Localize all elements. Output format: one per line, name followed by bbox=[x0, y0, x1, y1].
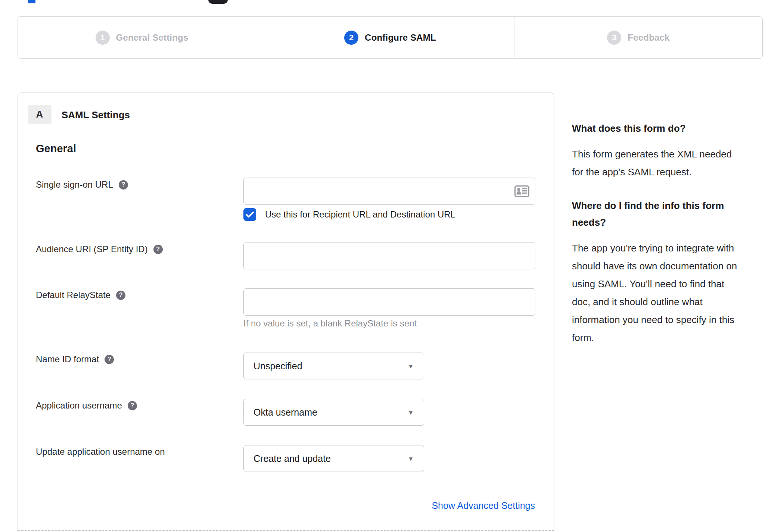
step-feedback[interactable]: 3 Feedback bbox=[514, 17, 762, 58]
sso-url-input-wrap bbox=[243, 178, 535, 205]
name-id-format-label: Name ID format bbox=[36, 354, 99, 364]
audience-uri-input[interactable] bbox=[243, 242, 535, 269]
step-1-label: General Settings bbox=[116, 32, 189, 43]
help-question-1: What does this form do? bbox=[572, 120, 770, 137]
step-2-label: Configure SAML bbox=[365, 32, 436, 43]
help-icon[interactable]: ? bbox=[128, 401, 137, 410]
help-answer-1: This form generates the XML needed for t… bbox=[572, 145, 770, 181]
help-sidebar: What does this form do? This form genera… bbox=[572, 120, 770, 347]
app-username-label: Application username bbox=[36, 400, 122, 411]
wizard-stepper: 1 General Settings 2 Configure SAML 3 Fe… bbox=[18, 16, 763, 59]
chevron-down-icon: ▾ bbox=[409, 408, 413, 417]
step-1-badge: 1 bbox=[96, 31, 110, 45]
step-configure-saml[interactable]: 2 Configure SAML bbox=[266, 17, 514, 58]
relay-state-hint: If no value is set, a blank RelayState i… bbox=[243, 318, 417, 329]
relay-state-input[interactable] bbox=[243, 288, 535, 316]
chevron-down-icon: ▾ bbox=[409, 454, 413, 463]
update-username-select[interactable]: Create and update ▾ bbox=[243, 445, 424, 472]
name-id-format-value: Unspecified bbox=[253, 361, 302, 372]
recipient-url-checkbox-label: Use this for Recipient URL and Destinati… bbox=[265, 209, 455, 220]
sso-url-label-row: Single sign-on URL ? bbox=[36, 179, 128, 190]
step-general-settings[interactable]: 1 General Settings bbox=[18, 17, 266, 58]
sso-url-input[interactable] bbox=[243, 178, 535, 205]
cropped-title-fragment bbox=[28, 0, 35, 3]
app-username-value: Okta username bbox=[253, 407, 317, 418]
update-username-value: Create and update bbox=[253, 453, 331, 464]
sso-url-label: Single sign-on URL bbox=[36, 179, 113, 190]
panel-title: SAML Settings bbox=[62, 109, 130, 121]
chevron-down-icon: ▾ bbox=[409, 362, 413, 370]
relay-state-label-row: Default RelayState ? bbox=[36, 290, 125, 300]
update-username-label-row: Update application username on bbox=[36, 447, 165, 457]
relay-state-label: Default RelayState bbox=[36, 290, 111, 300]
help-answer-2: The app you're trying to integrate with … bbox=[572, 239, 770, 347]
step-3-badge: 3 bbox=[607, 31, 621, 45]
help-question-2: Where do I find the info this form needs… bbox=[572, 197, 770, 231]
help-icon[interactable]: ? bbox=[116, 291, 125, 300]
section-a-badge: A bbox=[28, 105, 52, 124]
configure-saml-screen: 1 General Settings 2 Configure SAML 3 Fe… bbox=[0, 0, 781, 532]
show-advanced-settings-link[interactable]: Show Advanced Settings bbox=[432, 500, 535, 511]
recipient-url-checkbox[interactable] bbox=[243, 208, 256, 221]
general-section-heading: General bbox=[36, 143, 76, 155]
cropped-logo-fragment bbox=[208, 0, 228, 4]
app-username-label-row: Application username ? bbox=[36, 400, 137, 411]
name-id-format-select[interactable]: Unspecified ▾ bbox=[243, 353, 424, 379]
app-username-select[interactable]: Okta username ▾ bbox=[243, 399, 424, 426]
recipient-url-checkbox-row: Use this for Recipient URL and Destinati… bbox=[243, 208, 455, 221]
audience-uri-label: Audience URI (SP Entity ID) bbox=[36, 244, 148, 254]
audience-uri-label-row: Audience URI (SP Entity ID) ? bbox=[36, 244, 163, 254]
help-icon[interactable]: ? bbox=[105, 355, 114, 364]
section-dashed-divider bbox=[18, 530, 554, 531]
saml-settings-panel: A SAML Settings General Single sign-on U… bbox=[18, 93, 554, 532]
help-icon[interactable]: ? bbox=[119, 180, 128, 190]
name-id-format-label-row: Name ID format ? bbox=[36, 354, 114, 364]
step-2-badge: 2 bbox=[344, 31, 358, 45]
step-3-label: Feedback bbox=[628, 32, 669, 43]
update-username-label: Update application username on bbox=[36, 447, 165, 457]
checkmark-icon bbox=[246, 211, 254, 218]
help-icon[interactable]: ? bbox=[153, 245, 163, 254]
